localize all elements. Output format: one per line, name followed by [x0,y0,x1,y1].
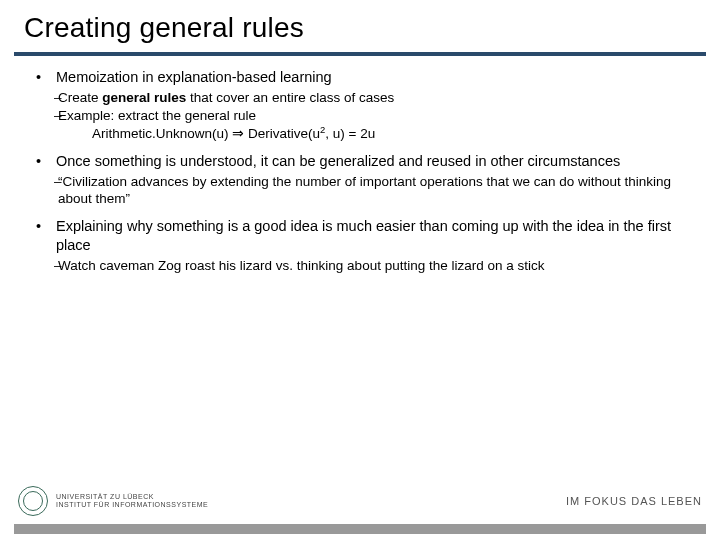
slide: Creating general rules • Memoization in … [0,0,720,540]
list-item: – “Civilization advances by extending th… [36,173,684,208]
bullet-icon: • [36,152,56,171]
dash-icon: – [36,173,58,208]
sub-bullet-text: Watch caveman Zog roast his lizard vs. t… [58,257,684,274]
list-item: – Create general rules that cover an ent… [36,89,684,106]
bullet-text: Once something is understood, it can be … [56,152,620,171]
bullet-list: • Memoization in explanation-based learn… [36,68,684,274]
bullet-icon: • [36,68,56,87]
list-item: • Memoization in explanation-based learn… [36,68,684,142]
title-underline [14,52,706,56]
list-item: – Example: extract the general rule [36,107,684,124]
footer: UNIVERSITÄT ZU LÜBECK INSTITUT FÜR INFOR… [0,478,720,524]
bullet-icon: • [36,217,56,254]
dash-icon: – [36,89,58,106]
footer-left: UNIVERSITÄT ZU LÜBECK INSTITUT FÜR INFOR… [18,486,208,516]
sub-bullet-text: Create general rules that cover an entir… [58,89,684,106]
university-seal-icon [18,486,48,516]
list-item: – Watch caveman Zog roast his lizard vs.… [36,257,684,274]
footer-tagline: IM FOKUS DAS LEBEN [566,495,702,507]
list-item: • Explaining why something is a good ide… [36,217,684,273]
uni-line2: INSTITUT FÜR INFORMATIONSSYSTEME [56,501,208,509]
university-name: UNIVERSITÄT ZU LÜBECK INSTITUT FÜR INFOR… [56,493,208,508]
sub-bullet-text: “Civilization advances by extending the … [58,173,684,208]
list-item: • Once something is understood, it can b… [36,152,684,207]
slide-title: Creating general rules [24,12,700,44]
uni-line1: UNIVERSITÄT ZU LÜBECK [56,493,208,501]
bullet-text: Explaining why something is a good idea … [56,217,684,254]
content-area: • Memoization in explanation-based learn… [0,64,720,478]
bullet-text: Memoization in explanation-based learnin… [56,68,332,87]
dash-icon: – [36,257,58,274]
formula-line: Arithmetic.Unknown(u) ⇒ Derivative(u2, u… [36,125,684,142]
title-area: Creating general rules [0,0,720,50]
bottom-bar [14,524,706,534]
sub-bullet-text: Example: extract the general rule [58,107,684,124]
dash-icon: – [36,107,58,124]
